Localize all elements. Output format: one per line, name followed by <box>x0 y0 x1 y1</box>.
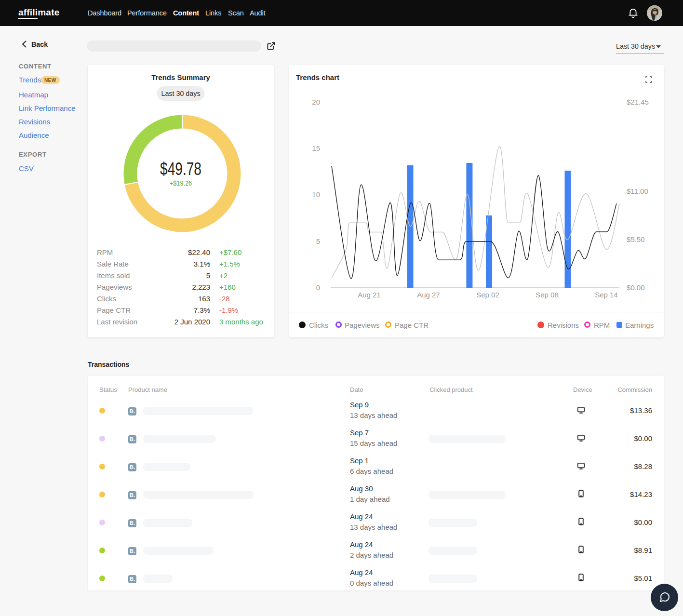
svg-text:0: 0 <box>316 283 320 292</box>
svg-text:$5.50: $5.50 <box>627 235 645 243</box>
svg-text:10: 10 <box>312 190 320 199</box>
svg-text:Sep 02: Sep 02 <box>476 291 499 299</box>
svg-text:$11.00: $11.00 <box>627 187 648 195</box>
svg-text:$0.00: $0.00 <box>627 283 645 292</box>
svg-text:20: 20 <box>312 98 320 106</box>
svg-text:Aug 27: Aug 27 <box>417 291 440 299</box>
svg-text:Aug 21: Aug 21 <box>358 291 381 299</box>
svg-text:5: 5 <box>316 237 320 245</box>
svg-text:15: 15 <box>312 144 320 152</box>
svg-text:Sep 14: Sep 14 <box>595 291 618 299</box>
svg-text:$21.45: $21.45 <box>627 98 649 106</box>
svg-text:Sep 08: Sep 08 <box>536 291 559 299</box>
